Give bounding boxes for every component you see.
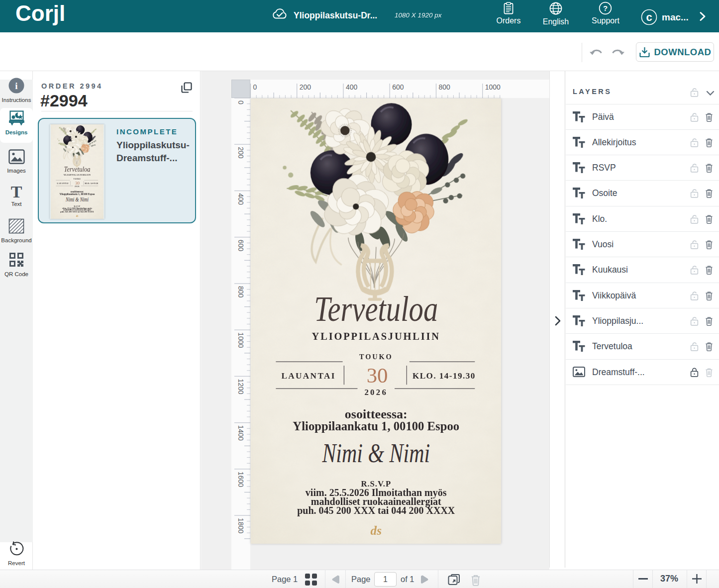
svg-text:800: 800	[237, 286, 245, 298]
svg-text:1200: 1200	[237, 379, 245, 394]
svg-text:c: c	[646, 11, 652, 23]
svg-text:1000: 1000	[237, 332, 245, 348]
svg-text:200: 200	[237, 147, 245, 159]
svg-text:0: 0	[253, 83, 257, 91]
svg-text:1800: 1800	[237, 518, 245, 533]
svg-text:0: 0	[237, 100, 245, 104]
svg-text:1000: 1000	[485, 83, 501, 91]
svg-text:i: i	[15, 81, 17, 91]
svg-text:1600: 1600	[237, 472, 245, 487]
svg-text:400: 400	[237, 194, 245, 205]
svg-text:600: 600	[237, 240, 245, 252]
svg-text:1400: 1400	[237, 425, 245, 441]
svg-text:400: 400	[346, 83, 358, 91]
svg-text:600: 600	[392, 83, 404, 91]
svg-text:800: 800	[439, 83, 451, 91]
svg-text:?: ?	[603, 4, 608, 12]
svg-text:200: 200	[300, 83, 311, 91]
